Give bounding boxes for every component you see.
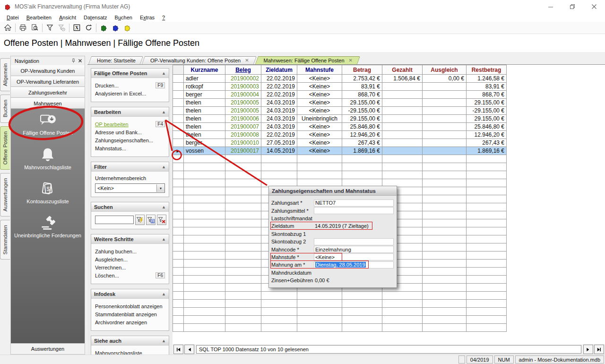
card-header-bearbeiten[interactable]: Bearbeiten▲	[91, 107, 169, 117]
table-row[interactable]: thelen20190000624.03.2019Uneinbringlich2…	[173, 115, 507, 123]
nav-group-zahlungsverkehr[interactable]: Zahlungsverkehr	[11, 87, 85, 98]
empty-row[interactable]	[173, 292, 507, 300]
task-item-mahnstatus[interactable]: Mahnstatus...	[95, 145, 165, 152]
field-value[interactable]	[314, 269, 394, 276]
restore-button[interactable]	[562, 0, 583, 13]
toolbar-print-preview-icon[interactable]	[29, 23, 41, 33]
row-selector[interactable]	[173, 107, 184, 115]
nav-group-mahnwesen[interactable]: Mahnwesen	[11, 98, 85, 109]
row-selector[interactable]: ▶	[173, 147, 184, 155]
field-value[interactable]: 0,00 €	[314, 277, 394, 284]
row-selector[interactable]	[173, 115, 184, 123]
empty-row[interactable]	[173, 308, 507, 316]
empty-row[interactable]	[173, 163, 507, 171]
card-header-weitere-schritte[interactable]: Weitere Schritte▲	[91, 234, 169, 244]
menu-item-hilfe[interactable]: ?	[158, 14, 169, 21]
toolbar-puzzle-green-icon[interactable]	[98, 23, 110, 33]
field-value[interactable]: NETTO7	[314, 199, 394, 207]
task-item-zahlung-buchen[interactable]: Zahlung buchen...	[95, 248, 165, 255]
column-header-restbetrag[interactable]: Restbetrag	[467, 65, 507, 75]
nav-group-op-verwaltung-lieferanten[interactable]: OP-Verwaltung Lieferanten	[11, 76, 85, 87]
column-header-mahnstufe[interactable]: Mahnstufe	[297, 65, 342, 75]
toolbar-refresh-icon[interactable]	[83, 23, 95, 33]
column-header-betrag[interactable]: Betrag	[342, 65, 382, 75]
nav-item-kontoauszugsliste[interactable]: $Kontoauszugsliste	[11, 182, 85, 204]
filter-apply-icon[interactable]	[135, 215, 145, 225]
table-row[interactable]: adler20190000222.02.2019<Keine>2.753,42 …	[173, 75, 507, 83]
menu-item-extras[interactable]: Extras	[136, 14, 158, 21]
row-selector[interactable]	[173, 75, 184, 83]
close-button[interactable]	[583, 0, 605, 13]
menu-item-datei[interactable]: Datei	[3, 14, 23, 21]
table-row[interactable]: thelen20190000724.03.2019<Keine>25.846,8…	[173, 123, 507, 131]
empty-row[interactable]	[173, 155, 507, 163]
task-item-verrechnen[interactable]: Verrechnen...	[95, 264, 165, 271]
module-tab-auswertungen[interactable]: Auswertungen	[0, 173, 10, 217]
table-row[interactable]: berger20190001027.05.2019<Keine>267,43 €…	[173, 139, 507, 147]
minimize-button[interactable]	[540, 0, 562, 13]
toolbar-printer-icon[interactable]	[17, 23, 29, 33]
chevron-down-icon[interactable]: ▼	[156, 184, 164, 192]
tab-mahnwesen-fällige-offene-posten[interactable]: Mahnwesen: Fällige Offene Posten✕	[257, 56, 359, 64]
module-tab-stammdaten[interactable]: Stammdaten	[0, 220, 10, 260]
filter-form-icon[interactable]	[146, 215, 156, 225]
task-item-ausgleichen[interactable]: Ausgleichen...	[95, 256, 165, 263]
filter-remove-icon[interactable]	[157, 215, 166, 225]
search-input[interactable]	[95, 216, 134, 224]
tab-close-icon[interactable]: ✕	[245, 58, 249, 63]
nav-group-op-verwaltung-kunden[interactable]: OP-Verwaltung Kunden	[11, 65, 85, 76]
module-tab-buchen[interactable]: Buchen	[0, 95, 10, 122]
field-value[interactable]: Einzelmahnung	[314, 246, 394, 253]
navigation-bottom-button[interactable]: Auswertungen	[11, 343, 85, 354]
field-value[interactable]	[314, 215, 394, 222]
task-item-personenkontoblatt-anzeigen[interactable]: Personenkontoblatt anzeigen	[95, 303, 165, 310]
toolbar-filter-icon[interactable]	[44, 23, 56, 33]
module-tab-offene-posten[interactable]: Offene Posten	[0, 126, 10, 170]
unternehmensbereich-select[interactable]: <Kein>▼	[95, 183, 165, 193]
toolbar-puzzle-yellow-icon[interactable]	[121, 23, 133, 33]
row-selector[interactable]	[173, 131, 184, 139]
task-item-analysieren-in-excel[interactable]: Analysieren in Excel...	[95, 90, 165, 97]
column-header-gezahlt[interactable]: Gezahlt	[382, 65, 423, 75]
empty-row[interactable]	[173, 316, 507, 324]
task-item-mahnvorschlagsliste[interactable]: Mahnvorschlagsliste	[95, 349, 165, 355]
toolbar-home-icon[interactable]	[2, 23, 14, 33]
card-header-infodesk[interactable]: Infodesk▲	[91, 289, 169, 299]
tab-home-startseite[interactable]: Home: Startseite	[90, 56, 142, 64]
empty-row[interactable]	[173, 324, 507, 332]
row-selector[interactable]	[173, 83, 184, 91]
row-selector[interactable]	[173, 123, 184, 131]
field-value[interactable]: 14.05.2019 (7 Zieltage)	[314, 223, 394, 229]
module-tab-allgemein[interactable]: Allgemein	[0, 58, 10, 91]
pin-icon[interactable]	[71, 58, 76, 63]
empty-row[interactable]	[173, 171, 507, 179]
card-header-filter[interactable]: Filter▲	[91, 162, 169, 172]
card-header-siehe-auch[interactable]: Siehe auch▲	[91, 336, 169, 346]
toolbar-excel-export-icon[interactable]: X	[71, 23, 83, 33]
close-icon[interactable]	[78, 59, 82, 63]
toolbar-puzzle-blue-icon[interactable]	[110, 23, 121, 33]
prev-record-icon[interactable]	[184, 345, 194, 354]
row-selector[interactable]	[173, 91, 184, 99]
task-item-drucken[interactable]: Drucken...F9	[95, 82, 165, 89]
tab-close-icon[interactable]: ✕	[349, 58, 353, 63]
last-record-icon[interactable]	[594, 345, 604, 354]
nav-item-uneinbringliche-forderungen[interactable]: Uneinbringliche Forderungen	[11, 216, 85, 238]
nav-item-mahnvorschlagsliste[interactable]: Mahnvorschlagsliste	[11, 147, 85, 170]
field-value[interactable]: Dienstag, 28.05.2019	[314, 261, 394, 269]
table-row[interactable]: rotkopf20190000322.02.2019<Keine>83,91 €…	[173, 83, 507, 91]
row-selector[interactable]	[173, 99, 184, 107]
column-header-kurzname[interactable]: Kurzname	[184, 65, 225, 75]
task-item-adresse-und-bank[interactable]: Adresse und Bank...	[95, 129, 165, 136]
column-header-ausgleich[interactable]: Ausgleich	[423, 65, 467, 75]
field-value[interactable]	[314, 231, 394, 237]
card-header-suchen[interactable]: Suchen▲	[91, 202, 169, 212]
table-row[interactable]: berger20190000422.02.2019<Keine>868,70 €…	[173, 91, 507, 99]
menu-item-buchen[interactable]: Buchen	[111, 14, 136, 21]
task-item-stammdatenblatt-anzeigen[interactable]: Stammdatenblatt anzeigen	[95, 311, 165, 318]
tab-op-verwaltung-kunden-offene-posten[interactable]: OP-Verwaltung Kunden: Offene Posten✕	[143, 56, 255, 64]
row-selector[interactable]	[173, 139, 184, 147]
menu-item-ansicht[interactable]: Ansicht	[55, 14, 80, 21]
field-value[interactable]: <Keine>	[314, 253, 394, 260]
field-value[interactable]	[314, 238, 394, 245]
